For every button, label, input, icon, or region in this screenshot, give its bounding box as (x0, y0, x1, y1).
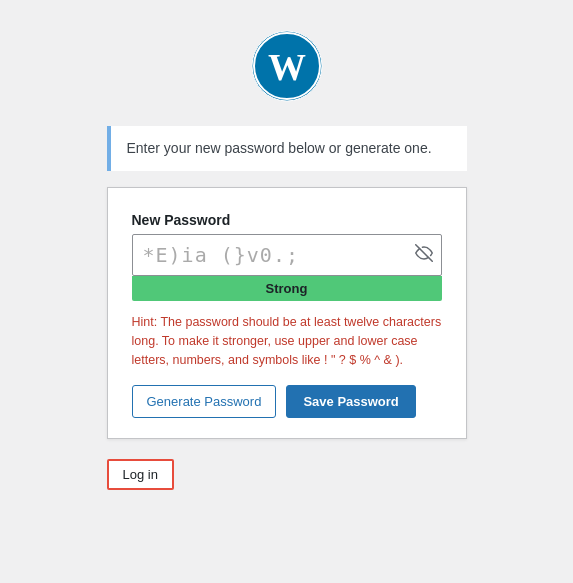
generate-password-button[interactable]: Generate Password (132, 385, 277, 418)
password-input-wrapper (132, 234, 442, 276)
info-box-text: Enter your new password below or generat… (127, 140, 432, 156)
login-button[interactable]: Log in (107, 459, 174, 490)
wordpress-logo: W (251, 30, 323, 102)
password-hint: Hint: The password should be at least tw… (132, 313, 442, 369)
new-password-input[interactable] (133, 235, 441, 275)
strength-label: Strong (266, 281, 308, 296)
svg-text:W: W (268, 46, 306, 88)
form-card: New Password Strong Hint: The password s… (107, 187, 467, 439)
info-box: Enter your new password below or generat… (107, 126, 467, 171)
page-wrapper: W Enter your new password below or gener… (0, 0, 573, 583)
save-password-button[interactable]: Save Password (286, 385, 415, 418)
button-row: Generate Password Save Password (132, 385, 442, 418)
toggle-password-icon[interactable] (415, 244, 433, 266)
password-strength-bar: Strong (132, 276, 442, 301)
new-password-label: New Password (132, 212, 442, 228)
login-link-container: Log in (107, 459, 467, 490)
logo-container: W (251, 30, 323, 106)
password-field-group: New Password Strong (132, 212, 442, 301)
